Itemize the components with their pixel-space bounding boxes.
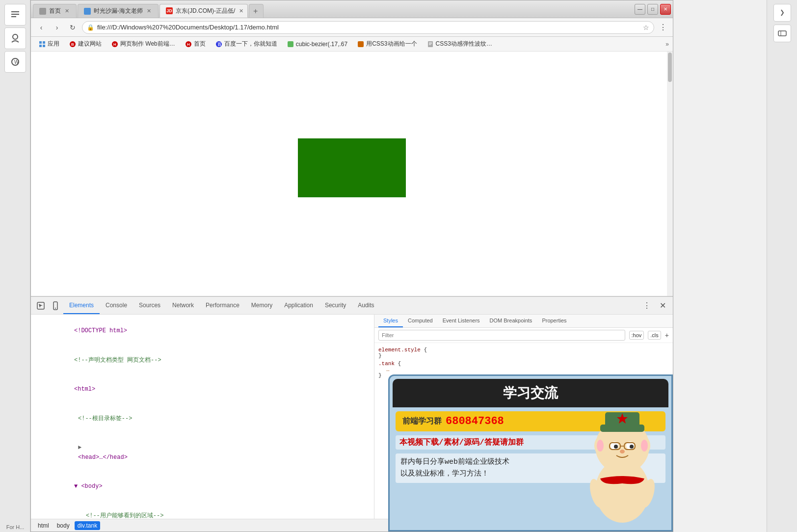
right-panel-resize[interactable] [773,4,791,22]
forward-button[interactable]: › [51,21,63,34]
sidebar-button-3[interactable]: W [4,51,26,73]
svg-rect-1 [11,14,19,15]
sidebar-button-1[interactable] [4,4,26,26]
devtools-tab-application[interactable]: Application [278,297,319,314]
svg-point-42 [641,440,648,452]
right-tab-styles[interactable]: Styles [378,315,403,327]
svg-point-34 [614,445,618,449]
devtools-mobile-button[interactable] [49,299,62,313]
bookmark-cubic[interactable]: cubic-bezier(.17,.67 [283,40,351,49]
devtools-tab-elements[interactable]: Elements [63,297,100,314]
bookmark-css3anim[interactable]: 用CSS3动画给一个 [353,39,421,49]
lock-icon: 🔒 [87,24,94,31]
overlay-banner: 学习交流 前端学习群 680847368 本视频下载/素材/源码/答疑请加群 群… [388,374,673,519]
svg-rect-20 [428,41,433,47]
devtools-tabs: Elements Console Sources Network Perform… [63,297,638,314]
svg-point-43 [597,440,604,452]
tab-label-jd: 京东(JD.COM)-正品低/ [176,7,235,15]
tab-favicon-homepage [39,8,46,15]
svg-rect-46 [778,31,786,36]
cubic-favicon [287,41,294,48]
bookmark-css3elastic-label: CSS3动感弹性波纹… [436,40,492,48]
bookmark-css3anim-label: 用CSS3动画给一个 [366,40,417,48]
panel-icon [777,28,787,38]
svg-point-35 [630,445,634,449]
filter-cls-button[interactable]: .cls [648,331,661,340]
css-selector-tank: .tank { [378,361,669,367]
window-controls: — □ ✕ [635,4,671,15]
tab-new[interactable]: + [249,4,264,18]
devtools-tab-network[interactable]: Network [166,297,200,314]
css-selector-element: element.style { [378,347,669,353]
maximize-button[interactable]: □ [647,4,658,15]
bookmark-baidu[interactable]: 百 百度一下，你就知道 [212,39,281,49]
add-style-button[interactable]: + [665,331,669,339]
tab-shaguang[interactable]: 时光沙漏-海文老师 ✕ [78,4,159,18]
devtools-tab-sources[interactable]: Sources [133,297,166,314]
breadcrumb-html[interactable]: html [35,521,52,530]
bookmarks-more-icon[interactable]: » [665,41,669,48]
elements-panel[interactable]: <!DOCTYPE html> <!--声明文档类型 网页文档--> <html… [31,315,374,519]
html-line-comment-user: <!--用户能够看到的区域--> [31,502,374,519]
tab-homepage[interactable]: 首页 ✕ [33,4,77,18]
devtools-close-button[interactable]: ✕ [656,299,670,312]
right-tab-computed[interactable]: Computed [403,315,438,327]
devtools-tab-audits[interactable]: Audits [352,297,380,314]
tab-favicon-shaguang [84,8,91,15]
back-button[interactable]: ‹ [35,21,48,34]
page-scrollbar-thumb [668,53,672,82]
devtools-tab-memory[interactable]: Memory [245,297,278,314]
page-scrollbar[interactable] [667,52,673,296]
bookmark-suggest[interactable]: B 建议网站 [65,39,106,49]
filter-hov-button[interactable]: :hov [629,331,644,340]
left-sidebar: W For H... [0,0,30,532]
inspect-icon [36,301,45,310]
close-button[interactable]: ✕ [660,4,671,15]
right-panel: Styles Computed Event Listeners DOM Brea… [374,315,673,519]
address-bar: ‹ › ↻ 🔒 ☆ ⋮ [31,18,673,37]
breadcrumb-body[interactable]: body [54,521,73,530]
bookmark-css3elastic[interactable]: CSS3动感弹性波纹… [423,39,496,49]
bookmark-home[interactable]: H 首页 [181,39,210,49]
html-line-comment-root: <!--根目录标签--> [31,404,374,434]
minimize-button[interactable]: — [635,4,645,15]
tab-jd[interactable]: JD 京东(JD.COM)-正品低/ ✕ [159,4,248,18]
right-tab-event-listeners[interactable]: Event Listeners [438,315,485,327]
svg-rect-9 [43,45,45,47]
tab-close-homepage[interactable]: ✕ [64,8,70,14]
tab-close-shaguang[interactable]: ✕ [146,8,152,14]
browser-window: 首页 ✕ 时光沙漏-海文老师 ✕ JD 京东(JD.COM)-正品低/ ✕ + … [30,0,673,532]
svg-rect-26 [55,308,56,309]
right-panel-tabs: Styles Computed Event Listeners DOM Brea… [374,315,673,328]
devtools-tab-performance[interactable]: Performance [200,297,245,314]
tab-label-homepage: 首页 [49,7,61,15]
reload-button[interactable]: ↻ [66,21,79,34]
webcraft-favicon: H [111,41,118,48]
browser-menu-icon[interactable]: ⋮ [657,21,669,34]
breadcrumb-tank[interactable]: div.tank [75,521,100,530]
bookmark-star-icon[interactable]: ☆ [643,24,649,31]
devtools-inspect-button[interactable] [34,299,48,313]
devtools-tab-security[interactable]: Security [319,297,352,314]
devtools-tab-console[interactable]: Console [100,297,133,314]
sidebar-button-2[interactable] [4,27,26,49]
right-panel-btn2[interactable] [773,25,791,42]
html-line-comment1: <!--声明文档类型 网页文档--> [31,346,374,375]
svg-point-39 [620,450,625,453]
tab-close-jd[interactable]: ✕ [238,8,244,14]
bookmark-apps[interactable]: 应用 [35,39,63,49]
address-input[interactable] [82,21,654,34]
tab-label-shaguang: 时光沙漏-海文老师 [94,7,143,15]
devtools-more-button[interactable]: ⋮ [639,299,655,312]
svg-point-3 [13,34,18,39]
right-tab-properties[interactable]: Properties [537,315,571,327]
right-tab-dom-breakpoints[interactable]: DOM Breakpoints [485,315,537,327]
bookmarks-bar: 应用 B 建议网站 H 网页制作 Web前端… H 首页 百 百度一下，你就知道… [31,37,673,52]
resize-icon [777,8,787,18]
devtools-body: <!DOCTYPE html> <!--声明文档类型 网页文档--> <html… [31,315,673,519]
svg-text:H: H [187,42,190,47]
bookmark-apps-label: 应用 [48,40,59,48]
filter-input[interactable] [378,330,625,341]
bookmark-webcraft[interactable]: H 网页制作 Web前端… [107,39,179,49]
address-input-wrap: 🔒 ☆ [82,21,654,34]
